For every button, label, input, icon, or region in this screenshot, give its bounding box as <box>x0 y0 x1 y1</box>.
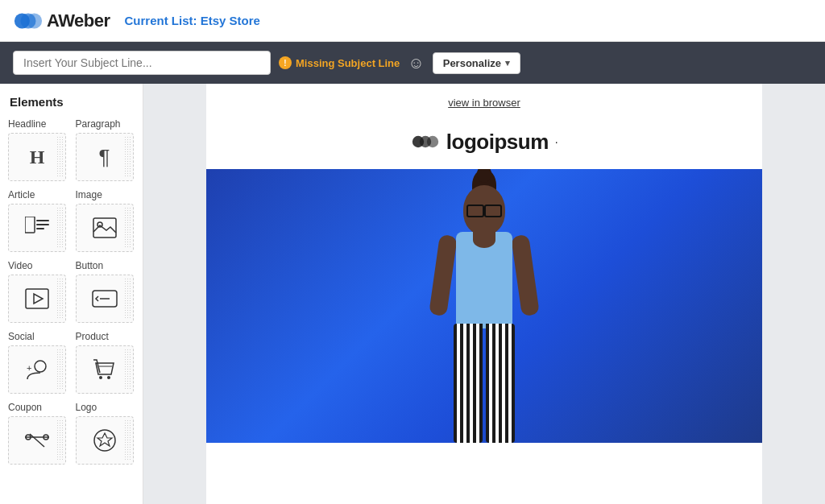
svg-text:+: + <box>27 363 31 373</box>
article-tile[interactable] <box>8 204 66 252</box>
element-item-paragraph: Paragraph ¶ <box>76 118 135 181</box>
canvas-inner: view in browser logoipsum· <box>206 84 762 504</box>
person-figure <box>412 185 557 443</box>
view-in-browser-link[interactable]: view in browser <box>448 97 520 109</box>
paragraph-label: Paragraph <box>76 118 121 130</box>
figure-arm-right <box>511 234 540 316</box>
headline-icon: H <box>30 147 45 168</box>
element-item-logo: Logo <box>76 402 135 465</box>
missing-subject-label: Missing Subject Line <box>296 57 400 69</box>
logo-area: AWeber <box>13 6 110 36</box>
paragraph-icon: ¶ <box>99 145 110 170</box>
article-label: Article <box>8 189 35 200</box>
personalize-button[interactable]: Personalize ▾ <box>433 52 520 74</box>
element-item-coupon: Coupon <box>8 402 68 465</box>
button-label: Button <box>76 260 104 271</box>
figure-body <box>456 232 512 328</box>
image-label: Image <box>76 189 102 200</box>
view-in-browser-bar: view in browser <box>206 84 762 116</box>
coupon-icon <box>23 431 51 450</box>
video-label: Video <box>8 260 32 271</box>
hero-image <box>206 169 762 443</box>
brand-logo-icon <box>411 127 440 156</box>
element-item-headline: Headline H <box>8 118 68 181</box>
aweber-logo-icon <box>13 6 44 36</box>
svg-point-13 <box>35 361 46 372</box>
aweber-logo-text: AWeber <box>47 10 110 31</box>
svg-rect-6 <box>36 228 44 229</box>
elements-grid: Headline H Paragraph ¶ Article <box>8 118 135 465</box>
element-item-image: Image <box>76 189 135 252</box>
element-item-product: Product <box>76 331 135 394</box>
svg-rect-9 <box>26 289 48 308</box>
svg-point-2 <box>27 13 42 28</box>
figure-arm-left <box>429 234 458 316</box>
subject-line-input[interactable] <box>13 51 271 75</box>
personalize-label: Personalize <box>443 57 501 69</box>
product-label: Product <box>76 331 109 342</box>
brand-logo: logoipsum· <box>411 127 558 156</box>
element-item-article: Article <box>8 189 68 252</box>
video-icon <box>25 288 49 309</box>
warning-icon: ! <box>279 56 292 69</box>
button-icon <box>92 290 118 308</box>
svg-point-15 <box>99 376 102 379</box>
coupon-label: Coupon <box>8 402 42 413</box>
headline-tile[interactable]: H <box>8 133 66 181</box>
main-layout: Elements Headline H Paragraph ¶ Article <box>0 84 825 504</box>
logo-icon-element <box>93 428 117 452</box>
button-tile[interactable] <box>76 275 134 323</box>
brand-name-text: logoipsum <box>446 130 549 155</box>
email-canvas: view in browser logoipsum· <box>143 84 825 504</box>
element-item-button: Button <box>76 260 135 323</box>
svg-point-26 <box>427 136 438 147</box>
figure-head <box>463 185 505 235</box>
svg-marker-10 <box>34 294 43 304</box>
current-list-label: Current List: Etsy Store <box>125 14 260 27</box>
elements-sidebar: Elements Headline H Paragraph ¶ Article <box>0 84 143 504</box>
product-tile[interactable] <box>76 345 134 394</box>
top-nav: AWeber Current List: Etsy Store <box>0 0 825 42</box>
figure-pants <box>454 324 515 443</box>
svg-rect-5 <box>36 224 49 225</box>
video-tile[interactable] <box>8 275 66 323</box>
figure-pant-left <box>454 324 483 443</box>
svg-rect-4 <box>36 220 49 221</box>
email-logo-section: logoipsum· <box>206 116 762 169</box>
subject-bar: ! Missing Subject Line ☺ Personalize ▾ <box>0 42 825 84</box>
image-tile[interactable] <box>76 204 134 252</box>
figure-glasses <box>466 204 502 214</box>
svg-line-18 <box>30 434 44 447</box>
svg-rect-3 <box>25 217 35 233</box>
image-icon <box>93 217 117 238</box>
social-icon: + <box>24 358 50 381</box>
chevron-down-icon: ▾ <box>505 58 510 68</box>
logo-label: Logo <box>76 402 97 413</box>
missing-subject-button[interactable]: ! Missing Subject Line <box>279 56 400 69</box>
coupon-tile[interactable] <box>8 416 66 465</box>
logo-tile[interactable] <box>76 416 134 465</box>
element-item-social: Social + <box>8 331 68 394</box>
figure-pant-right <box>486 324 515 443</box>
element-item-video: Video <box>8 260 68 323</box>
social-label: Social <box>8 331 35 342</box>
social-tile[interactable]: + <box>8 345 66 394</box>
sidebar-title: Elements <box>8 95 135 109</box>
emoji-button[interactable]: ☺ <box>408 55 424 71</box>
product-icon <box>93 358 117 381</box>
article-icon <box>25 217 49 239</box>
svg-point-16 <box>107 376 110 379</box>
headline-label: Headline <box>8 118 46 130</box>
svg-marker-23 <box>97 433 112 446</box>
paragraph-tile[interactable]: ¶ <box>76 133 134 181</box>
